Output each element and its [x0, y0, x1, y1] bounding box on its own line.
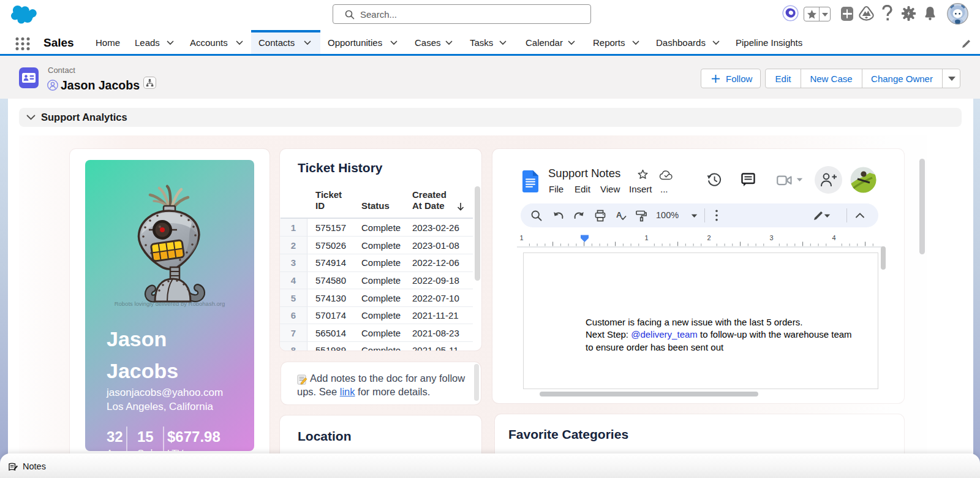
svg-text:3: 3	[770, 234, 774, 241]
svg-text:2: 2	[707, 234, 711, 241]
svg-text:4: 4	[832, 234, 836, 241]
svg-text:1: 1	[645, 234, 649, 241]
svg-text:1: 1	[520, 234, 524, 241]
